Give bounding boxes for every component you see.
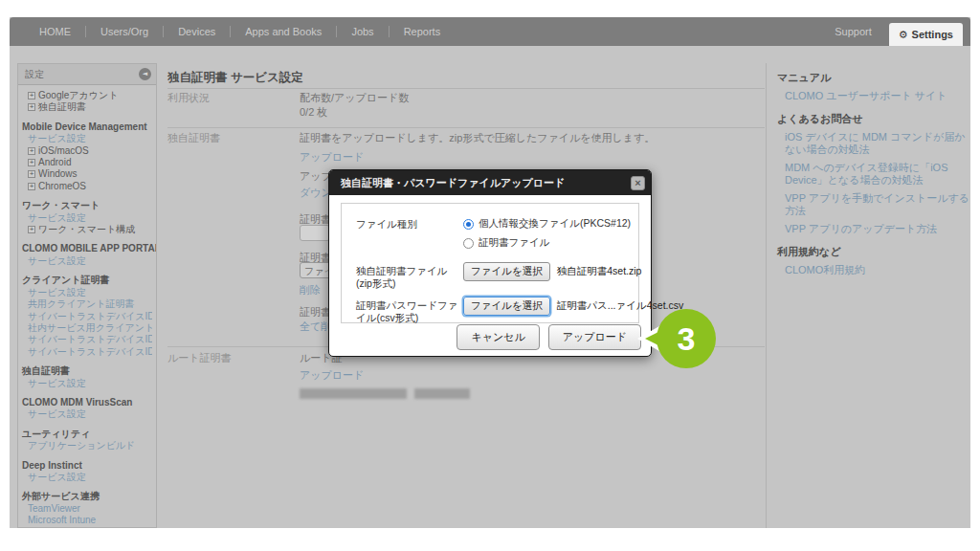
sidebar-item-cybertrust-g3is-1[interactable]: サイバートラストデバイスID G3is...	[22, 334, 152, 345]
help-link-faq-1[interactable]: iOS デバイスに MDM コマンドが届かない場合の対処法	[785, 131, 974, 156]
help-link-faq-3[interactable]: VPP アプリを手動でインストールする方法	[785, 192, 974, 217]
usage-label: 利用状況	[167, 91, 210, 105]
nav-tab-home[interactable]: HOME	[25, 17, 85, 46]
sidebar-item-virusscan-service[interactable]: サービス設定	[22, 408, 152, 420]
redacted-block	[414, 388, 470, 399]
redacted-block	[300, 388, 407, 399]
settings-tab-label: Settings	[912, 29, 953, 40]
sidebar-item-deep-instinct-service[interactable]: サービス設定	[22, 472, 152, 483]
sidebar-item-work-smart-config[interactable]: +ワーク・スマート構成	[22, 224, 152, 235]
step-number-badge: 3	[657, 309, 716, 368]
redacted-text	[300, 388, 472, 400]
sidebar-item-mdm-service[interactable]: サービス設定	[22, 133, 152, 144]
usage-line2: 0/2 枚	[300, 105, 327, 120]
tab-settings[interactable]: ⚙ Settings	[889, 23, 963, 46]
sidebar-group-deep-instinct: Deep Instinct	[22, 460, 152, 472]
sidebar-menu: +Googleアカウント +独自証明書 Mobile Device Manage…	[18, 85, 156, 527]
close-icon[interactable]: ×	[631, 176, 645, 190]
expand-icon[interactable]: +	[28, 103, 35, 111]
help-link-support-site[interactable]: CLOMO ユーザーサポート サイト	[785, 90, 974, 102]
nav-tab-reports[interactable]: Reports	[390, 17, 456, 46]
radio-label: 証明書ファイル	[479, 236, 549, 250]
top-nav: HOME Users/Org Devices Apps and Books Jo…	[10, 17, 970, 46]
sidebar-item-cybertrust-g3is-2[interactable]: サイバートラストデバイスID G3is(...	[22, 346, 152, 358]
sidebar-item-label: Android	[38, 157, 71, 167]
nav-tab-users-org[interactable]: Users/Org	[86, 17, 163, 46]
csv-file-select-button[interactable]: ファイルを選択	[463, 297, 550, 316]
sidebar-item-ios-macos[interactable]: +iOS/macOS	[22, 145, 152, 157]
nav-tab-apps-and-books[interactable]: Apps and Books	[231, 17, 336, 46]
sidebar-item-label: Windows	[38, 168, 78, 179]
sidebar-item-app-build[interactable]: アプリケーションビルド	[22, 440, 152, 452]
nav-tab-devices[interactable]: Devices	[164, 17, 230, 46]
cert-text-input[interactable]	[300, 225, 330, 241]
sidebar-group-work-smart: ワーク・スマート	[22, 200, 152, 211]
zip-file-select-button[interactable]: ファイルを選択	[463, 262, 550, 281]
expand-icon[interactable]: +	[28, 183, 35, 190]
upload-dialog: 独自証明書・パスワードファイルアップロード × ファイル種別 個人情報交換ファイ…	[328, 169, 652, 357]
cert-download-link[interactable]: ダウン	[300, 186, 332, 200]
nav-item-support[interactable]: Support	[817, 17, 889, 46]
sidebar-group-app-portal: CLOMO MOBILE APP PORTAL	[22, 243, 152, 254]
sidebar-group-custom-cert: 独自証明書	[22, 365, 152, 377]
cancel-button[interactable]: キャンセル	[457, 324, 539, 350]
sidebar-item-custom-cert[interactable]: +独自証明書	[22, 101, 152, 113]
sidebar-item-client-cert-service[interactable]: サービス設定	[22, 287, 152, 298]
radio-selected-icon[interactable]	[463, 219, 474, 230]
expand-icon[interactable]: +	[28, 226, 35, 233]
sidebar-item-label: iOS/macOS	[38, 145, 89, 156]
step-annotation: 3	[612, 304, 718, 381]
sidebar-item-teamviewer[interactable]: TeamViewer	[22, 503, 152, 515]
sidebar-item-work-smart-service[interactable]: サービス設定	[22, 212, 152, 224]
sidebar-item-android[interactable]: +Android	[22, 157, 152, 168]
sidebar-item-chromeos[interactable]: +ChromeOS	[22, 181, 152, 192]
cert-section-label: 独自証明書	[167, 131, 220, 145]
help-link-terms[interactable]: CLOMO利用規約	[785, 264, 974, 276]
radio-option-cert-file[interactable]: 証明書ファイル	[463, 236, 631, 250]
help-link-faq-4[interactable]: VPP アプリのアップデート方法	[785, 223, 974, 235]
help-panel: マニュアル CLOMO ユーザーサポート サイト よくあるお問合せ iOS デバ…	[777, 71, 974, 282]
help-link-faq-2[interactable]: MDM へのデバイス登録時に「iOS Device」となる場合の対処法	[785, 162, 974, 187]
sidebar-item-shared-client-cert[interactable]: 共用クライアント証明書	[22, 298, 152, 310]
app-page: HOME Users/Org Devices Apps and Books Jo…	[10, 17, 970, 528]
expand-icon[interactable]: +	[28, 159, 35, 166]
sidebar-item-label: Googleアカウント	[38, 90, 118, 100]
sidebar-item-app-portal-service[interactable]: サービス設定	[22, 255, 152, 267]
radio-label: 個人情報交換ファイル(PKCS#12)	[479, 217, 631, 231]
help-section-manual: マニュアル	[777, 71, 974, 85]
settings-sidebar: 設定 ◄ +Googleアカウント +独自証明書 Mobile Device M…	[17, 63, 157, 528]
root-cert-label: ルート証明書	[167, 351, 232, 365]
nav-tab-jobs[interactable]: Jobs	[337, 17, 388, 46]
radio-option-pkcs12[interactable]: 個人情報交換ファイル(PKCS#12)	[463, 217, 631, 231]
file-type-row: ファイル種別 個人情報交換ファイル(PKCS#12) 証明書ファイル	[342, 215, 638, 250]
cert-delete-all-link[interactable]: 全て削	[300, 320, 331, 334]
cert-file-select-button[interactable]: ファイ	[300, 262, 332, 278]
sidebar-item-internal-client-cert[interactable]: 社内サービス用クライアント証明書	[22, 322, 152, 334]
sidebar-item-google-account[interactable]: +Googleアカウント	[22, 90, 152, 101]
sidebar-item-windows[interactable]: +Windows	[22, 168, 152, 180]
expand-icon[interactable]: +	[28, 170, 35, 178]
radio-unselected-icon[interactable]	[463, 238, 474, 249]
expand-icon[interactable]: +	[28, 147, 35, 155]
nav-right: Support ⚙ Settings	[817, 17, 970, 46]
cert-upload-link[interactable]: アップロード	[300, 150, 364, 165]
help-section-faq: よくあるお問合せ	[777, 112, 974, 126]
expand-icon[interactable]: +	[28, 92, 35, 99]
content-divider	[766, 63, 767, 528]
dialog-fieldset: ファイル種別 個人情報交換ファイル(PKCS#12) 証明書ファイル 独自証明書	[341, 203, 639, 323]
sidebar-item-cybertrust-pilot[interactable]: サイバートラストデバイスID(pilot)...	[22, 311, 152, 322]
sidebar-item-microsoft-intune[interactable]: Microsoft Intune	[22, 515, 152, 526]
sidebar-collapse-icon[interactable]: ◄	[139, 68, 151, 80]
sidebar-group-virusscan: CLOMO MDM VirusScan	[22, 397, 152, 408]
file-type-options: 個人情報交換ファイル(PKCS#12) 証明書ファイル	[463, 215, 631, 250]
sidebar-header-label: 設定	[25, 68, 44, 81]
sidebar-item-custom-cert-service[interactable]: サービス設定	[22, 378, 152, 389]
sidebar-item-label: 独自証明書	[38, 101, 86, 112]
cert-delete-link[interactable]: 削除	[300, 283, 321, 298]
csv-file-label: 証明書パスワードファイル(csv形式)	[356, 297, 463, 324]
zip-file-label: 独自証明書ファイル(zip形式)	[356, 262, 463, 290]
dialog-titlebar: 独自証明書・パスワードファイルアップロード ×	[329, 170, 651, 195]
dialog-body: ファイル種別 個人情報交換ファイル(PKCS#12) 証明書ファイル 独自証明書	[329, 195, 651, 356]
divider	[167, 127, 765, 128]
root-cert-upload-link[interactable]: アップロード	[300, 368, 364, 383]
